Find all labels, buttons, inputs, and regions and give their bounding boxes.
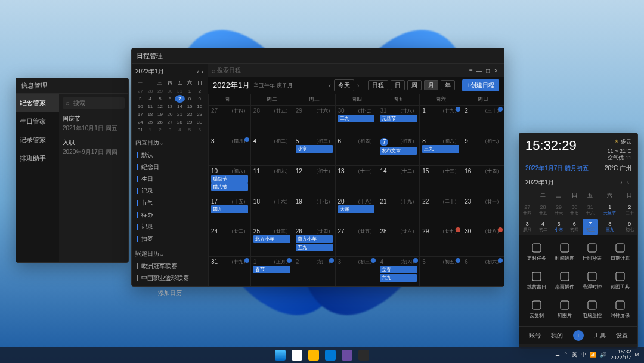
calendar-day[interactable]: 21（十九） <box>377 196 419 226</box>
event[interactable]: 六九 <box>380 274 417 282</box>
tool-button[interactable]: 悬浮时钟 <box>580 267 605 294</box>
taskbar-icon[interactable] <box>342 350 352 361</box>
add-calendar-button[interactable]: 添加日历 <box>135 284 205 302</box>
calendar-day[interactable]: 24（廿二） <box>208 226 250 256</box>
calendar-category[interactable]: 默认 <box>135 149 205 161</box>
next-icon[interactable]: › <box>355 82 361 89</box>
calendar-category[interactable]: 记录 <box>135 221 205 233</box>
widget-tab[interactable]: 设置 <box>611 331 633 340</box>
event[interactable]: 腊八节 <box>211 183 248 191</box>
calendar-day[interactable]: 29（廿七） <box>419 226 462 256</box>
calendar-day[interactable]: 31（廿八）元旦节 <box>377 106 419 136</box>
calendar-day[interactable]: 15（十三） <box>419 166 462 196</box>
calendar-category[interactable]: 记录 <box>135 185 205 197</box>
calendar-day[interactable]: 18（十六） <box>250 196 293 226</box>
add-button[interactable]: + <box>573 330 584 341</box>
close-icon[interactable]: × <box>492 67 500 74</box>
tool-button[interactable]: 时钟屏保 <box>608 296 633 322</box>
calendar-day[interactable]: 29（廿六） <box>293 106 335 136</box>
widget-tab[interactable]: + <box>568 330 589 341</box>
calendar-day[interactable]: 8（初六）三九 <box>419 136 462 166</box>
view-tab[interactable]: 月 <box>424 80 438 90</box>
event[interactable]: 立春 <box>380 266 417 273</box>
collapse-icon[interactable]: ⌄ <box>159 140 164 146</box>
view-tab[interactable]: 周 <box>407 80 422 90</box>
calendar-day[interactable]: 14（十二） <box>377 166 419 196</box>
window-titlebar[interactable]: 日程管理 <box>132 48 504 64</box>
calendar-day[interactable]: 4（初四）立春六九 <box>377 257 419 287</box>
tool-button[interactable]: 桌面插件 <box>552 267 578 294</box>
taskbar[interactable]: ☁ ⌃ 英 中 📶 🔊 15:322022/1/7 М <box>0 347 644 363</box>
desktop-widget[interactable]: 15:32:29 ☀ 多云 11 ~ 21°C 空气优 11 2022年1月7日… <box>519 133 638 349</box>
taskbar-icon[interactable] <box>358 350 369 361</box>
calendar-day[interactable]: 26（廿四）南方小年五九 <box>293 226 335 256</box>
taskbar-icon[interactable] <box>325 350 336 361</box>
prev-month-icon[interactable]: ‹ <box>196 69 200 75</box>
calendar-day[interactable]: 19（十七） <box>293 196 335 226</box>
calendar-day[interactable]: 11（初九） <box>250 166 293 196</box>
tool-button[interactable]: 截图工具 <box>608 267 633 294</box>
sound-icon[interactable]: 🔊 <box>600 352 606 358</box>
calendar-day[interactable]: 28（廿五） <box>250 106 293 136</box>
calendar-category[interactable]: 中国职业篮球联赛 <box>135 272 205 284</box>
widget-tab[interactable]: 账号 <box>524 331 546 340</box>
window-titlebar[interactable]: 信息管理 <box>16 78 128 94</box>
mini-calendar[interactable]: 一二三四五六日272829303112345678910111213141516… <box>135 78 205 134</box>
maximize-icon[interactable]: □ <box>484 67 492 74</box>
event[interactable]: 春节 <box>253 266 290 273</box>
widget-mini-calendar[interactable]: 一二三四五六日27廿四28廿五29廿六30廿七31廿八1元旦节2三十3腊月4初二… <box>519 189 637 235</box>
calendar-day[interactable]: 28（廿六） <box>377 226 419 256</box>
event[interactable]: 二九 <box>338 115 375 122</box>
tray-clock[interactable]: 15:322022/1/7 <box>610 349 631 361</box>
collapse-icon[interactable]: ⌄ <box>159 251 164 257</box>
calendar-category[interactable]: 欧洲冠军联赛 <box>135 260 205 272</box>
tool-button[interactable]: 时间进度 <box>552 239 578 265</box>
widget-tab[interactable]: 我的 <box>546 331 567 340</box>
list-item[interactable]: 入职2020年9月17日 周四 <box>63 139 125 156</box>
calendar-day[interactable]: 2（初二） <box>293 257 335 287</box>
calendar-day[interactable]: 5（初五） <box>419 257 462 287</box>
tray-icon[interactable]: ⌃ <box>564 352 568 358</box>
calendar-day[interactable]: 23（廿一） <box>462 196 504 226</box>
event[interactable]: 南方小年 <box>296 235 333 243</box>
next-month-icon[interactable]: › <box>200 69 205 75</box>
tool-button[interactable]: 电脑遥控 <box>580 296 605 322</box>
calendar-day[interactable]: 13（十一） <box>335 166 377 196</box>
calendar-day[interactable]: 3（腊月） <box>208 136 250 166</box>
calendar-category[interactable]: 待办 <box>135 209 205 221</box>
view-tab[interactable]: 日 <box>391 80 405 90</box>
prev-icon[interactable]: ‹ <box>618 180 624 186</box>
calendar-category[interactable]: 抽签 <box>135 233 205 245</box>
calendar-day[interactable]: 30（廿八） <box>462 226 504 256</box>
calendar-day[interactable]: 30（廿七）二九 <box>335 106 377 136</box>
prev-icon[interactable]: ‹ <box>327 82 332 89</box>
sidebar-item[interactable]: 生日管家 <box>16 112 59 131</box>
view-tab[interactable]: 日程 <box>368 80 388 90</box>
minimize-icon[interactable]: — <box>475 67 484 74</box>
create-schedule-button[interactable]: +创建日程 <box>462 79 499 91</box>
calendar-day[interactable]: 25（廿三）北方小年 <box>250 226 293 256</box>
event[interactable]: 大寒 <box>338 205 375 213</box>
event[interactable]: 三九 <box>422 145 459 153</box>
event[interactable]: 发布文章 <box>380 147 417 155</box>
tray-icon[interactable]: ☁ <box>555 352 560 358</box>
start-icon[interactable] <box>275 350 286 361</box>
calendar-day[interactable]: 1（廿九） <box>419 106 462 136</box>
calendar-day[interactable]: 6（初四） <box>335 136 377 166</box>
tool-button[interactable]: 计时秒表 <box>580 239 605 265</box>
calendar-day[interactable]: 12（初十） <box>293 166 335 196</box>
calendar-day[interactable]: 4（初二） <box>250 136 293 166</box>
calendar-category[interactable]: 生日 <box>135 173 205 185</box>
tray-lang[interactable]: 英 <box>572 352 577 358</box>
calendar-day[interactable]: 17（十五）四九 <box>208 196 250 226</box>
taskbar-icon[interactable] <box>308 350 319 361</box>
calendar-day[interactable]: 3（初三） <box>335 257 377 287</box>
info-manager-window[interactable]: 信息管理 纪念管家生日管家记录管家排班助手 国庆节2021年10月1日 周五入职… <box>16 78 129 263</box>
menu-icon[interactable]: ≡ <box>467 67 475 74</box>
event[interactable]: 元旦节 <box>380 115 417 122</box>
tray-ime[interactable]: 中 <box>581 352 586 358</box>
event[interactable]: 小寒 <box>296 145 333 153</box>
calendar-day[interactable]: 10（初八）腊祭节腊八节 <box>208 166 250 196</box>
taskbar-icon[interactable] <box>292 350 302 361</box>
today-button[interactable]: 今天 <box>334 79 354 91</box>
